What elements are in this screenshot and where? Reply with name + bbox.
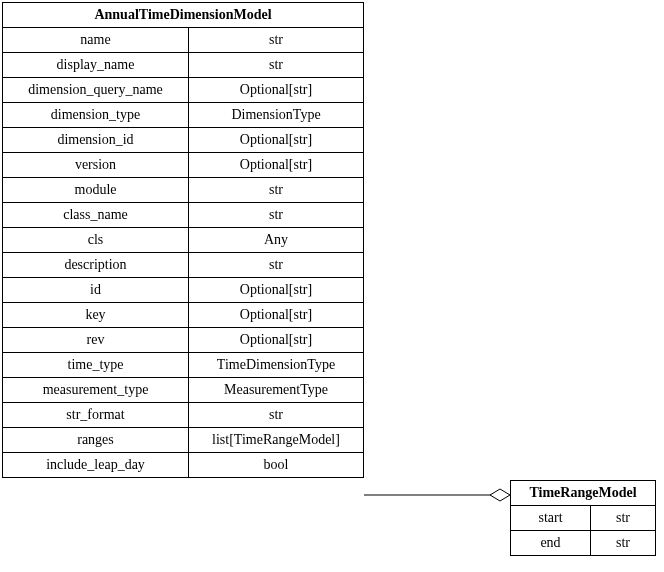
attr-type: str (591, 506, 655, 530)
attr-type: str (189, 203, 363, 227)
attr-type: Optional[str] (189, 128, 363, 152)
attr-type: str (189, 253, 363, 277)
attr-row: rangeslist[TimeRangeModel] (3, 427, 363, 452)
attr-row: measurement_typeMeasurementType (3, 377, 363, 402)
attr-row: endstr (511, 530, 655, 555)
attr-type: Optional[str] (189, 278, 363, 302)
attr-row: namestr (3, 28, 363, 52)
attr-name: rev (3, 328, 189, 352)
attr-row: class_namestr (3, 202, 363, 227)
attr-row: clsAny (3, 227, 363, 252)
attr-name: dimension_query_name (3, 78, 189, 102)
attr-row: str_formatstr (3, 402, 363, 427)
class-title: AnnualTimeDimensionModel (3, 3, 363, 28)
svg-marker-1 (490, 489, 510, 501)
attr-row: revOptional[str] (3, 327, 363, 352)
attr-name: name (3, 28, 189, 52)
attr-row: descriptionstr (3, 252, 363, 277)
attr-type: str (189, 28, 363, 52)
attr-type: Optional[str] (189, 78, 363, 102)
class-title: TimeRangeModel (511, 481, 655, 506)
attr-name: ranges (3, 428, 189, 452)
attr-type: Optional[str] (189, 328, 363, 352)
attr-name: key (3, 303, 189, 327)
attr-type: Any (189, 228, 363, 252)
attr-name: version (3, 153, 189, 177)
attr-type: TimeDimensionType (189, 353, 363, 377)
attr-row: startstr (511, 506, 655, 530)
attr-name: id (3, 278, 189, 302)
attr-row: include_leap_daybool (3, 452, 363, 477)
attr-name: include_leap_day (3, 453, 189, 477)
attr-type: Optional[str] (189, 303, 363, 327)
attr-name: end (511, 531, 591, 555)
class-attrs: startstrendstr (511, 506, 655, 555)
attr-type: str (189, 53, 363, 77)
attr-name: module (3, 178, 189, 202)
aggregation-connector (364, 485, 510, 505)
attr-type: list[TimeRangeModel] (189, 428, 363, 452)
attr-row: idOptional[str] (3, 277, 363, 302)
attr-type: str (189, 403, 363, 427)
attr-type: str (591, 531, 655, 555)
attr-name: start (511, 506, 591, 530)
attr-name: dimension_type (3, 103, 189, 127)
class-attrs: namestrdisplay_namestrdimension_query_na… (3, 28, 363, 477)
attr-type: bool (189, 453, 363, 477)
attr-row: time_typeTimeDimensionType (3, 352, 363, 377)
attr-name: time_type (3, 353, 189, 377)
attr-name: cls (3, 228, 189, 252)
attr-name: dimension_id (3, 128, 189, 152)
attr-name: str_format (3, 403, 189, 427)
attr-type: str (189, 178, 363, 202)
attr-row: dimension_query_nameOptional[str] (3, 77, 363, 102)
attr-name: description (3, 253, 189, 277)
attr-row: modulestr (3, 177, 363, 202)
attr-name: display_name (3, 53, 189, 77)
attr-row: keyOptional[str] (3, 302, 363, 327)
attr-type: MeasurementType (189, 378, 363, 402)
attr-row: dimension_typeDimensionType (3, 102, 363, 127)
attr-name: measurement_type (3, 378, 189, 402)
attr-row: dimension_idOptional[str] (3, 127, 363, 152)
class-time-range-model: TimeRangeModel startstrendstr (510, 480, 656, 556)
attr-row: versionOptional[str] (3, 152, 363, 177)
attr-row: display_namestr (3, 52, 363, 77)
class-annual-time-dimension-model: AnnualTimeDimensionModel namestrdisplay_… (2, 2, 364, 478)
attr-type: DimensionType (189, 103, 363, 127)
attr-type: Optional[str] (189, 153, 363, 177)
attr-name: class_name (3, 203, 189, 227)
